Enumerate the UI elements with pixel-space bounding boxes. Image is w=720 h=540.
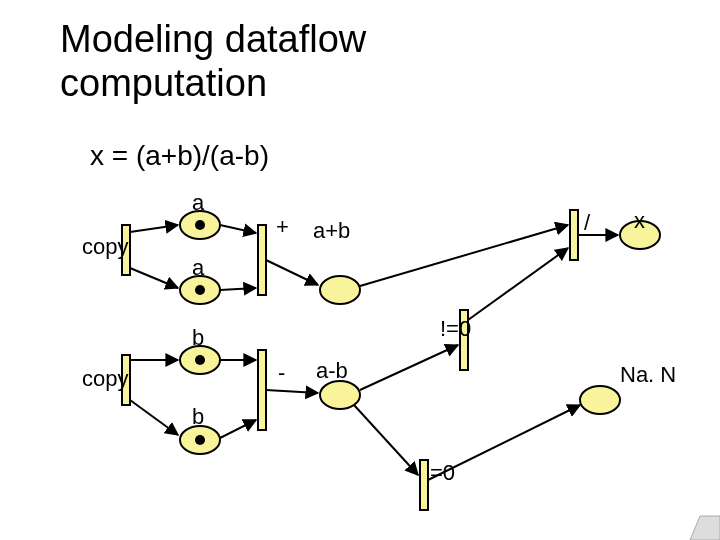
token-b1 — [195, 355, 205, 365]
place-nan — [580, 386, 620, 414]
label-div: / — [584, 210, 590, 236]
label-aminusb: a-b — [316, 358, 348, 384]
arc-aplusb-div — [360, 225, 568, 286]
arc-minus-aminusb — [266, 390, 318, 393]
label-minus: - — [278, 360, 285, 386]
label-nan: Na. N — [620, 362, 676, 388]
label-a2: a — [192, 255, 204, 281]
transition-eq0 — [420, 460, 428, 510]
label-b2: b — [192, 404, 204, 430]
arc-copya-a1 — [130, 225, 178, 232]
diagram — [0, 0, 720, 540]
label-copy2: copy — [82, 366, 128, 392]
label-neq0: !=0 — [440, 316, 471, 342]
arc-a1-plus — [220, 225, 256, 233]
arc-copya-a2 — [130, 268, 178, 288]
token-b2 — [195, 435, 205, 445]
transition-minus — [258, 350, 266, 430]
label-x: x — [634, 208, 645, 234]
arc-a2-plus — [220, 288, 256, 290]
arc-aminusb-eq0 — [354, 405, 418, 475]
token-a2 — [195, 285, 205, 295]
arc-b2-minus — [220, 420, 256, 438]
transition-plus — [258, 225, 266, 295]
label-eq0: =0 — [430, 460, 455, 486]
label-copy1: copy — [82, 234, 128, 260]
place-aminusb — [320, 381, 360, 409]
place-aplusb — [320, 276, 360, 304]
label-b1: b — [192, 325, 204, 351]
label-a1: a — [192, 190, 204, 216]
slide-corner-icon — [690, 516, 720, 540]
token-a1 — [195, 220, 205, 230]
slide: Modeling dataflow computation x = (a+b)/… — [0, 0, 720, 540]
transition-div — [570, 210, 578, 260]
arc-neq0-div — [468, 248, 568, 320]
label-aplusb: a+b — [313, 218, 350, 244]
label-plus: + — [276, 214, 289, 240]
arc-plus-aplusb — [266, 260, 318, 285]
arc-aminusb-neq0 — [360, 345, 458, 390]
arc-copyb-b2 — [130, 400, 178, 435]
